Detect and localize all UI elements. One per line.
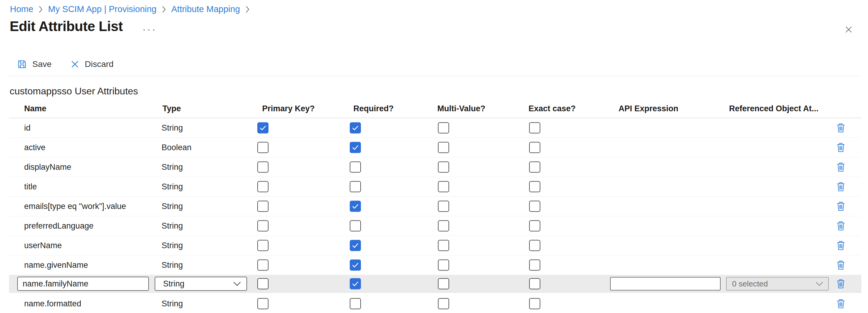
exact-case-checkbox[interactable] — [529, 298, 540, 309]
column-header-type: Type — [162, 104, 181, 113]
type-select[interactable]: String — [155, 277, 247, 291]
chevron-down-icon — [815, 282, 823, 286]
multi-value-checkbox[interactable] — [438, 220, 449, 232]
trash-icon — [837, 279, 845, 289]
multi-value-checkbox[interactable] — [438, 278, 449, 289]
column-header-required: Required? — [353, 104, 394, 113]
delete-attribute-button[interactable] — [837, 240, 845, 251]
table-row: titleString — [9, 177, 861, 197]
exact-case-checkbox[interactable] — [529, 240, 540, 251]
attribute-name: emails[type eq "work"].value — [24, 202, 126, 211]
trash-icon — [837, 240, 845, 251]
check-icon — [351, 143, 360, 152]
exact-case-checkbox[interactable] — [529, 259, 540, 271]
discard-button[interactable]: Discard — [70, 60, 114, 69]
x-icon — [70, 60, 80, 69]
required-checkbox[interactable] — [350, 201, 361, 212]
attribute-name: active — [24, 143, 45, 152]
ellipsis-icon[interactable]: ··· — [143, 24, 157, 34]
close-icon[interactable] — [844, 25, 853, 34]
required-checkbox[interactable] — [350, 123, 361, 134]
attribute-type: String — [162, 182, 183, 192]
column-header-referenced-object: Referenced Object At... — [729, 104, 818, 113]
api-expression-input[interactable] — [610, 277, 721, 291]
check-icon — [351, 202, 360, 210]
referenced-object-value: 0 selected — [732, 279, 768, 288]
exact-case-checkbox[interactable] — [529, 278, 540, 289]
breadcrumb-home[interactable]: Home — [10, 4, 33, 14]
delete-attribute-button[interactable] — [837, 162, 845, 172]
multi-value-checkbox[interactable] — [438, 162, 449, 173]
delete-attribute-button[interactable] — [837, 142, 845, 152]
delete-attribute-button[interactable] — [837, 299, 845, 309]
attribute-type: String — [162, 202, 183, 211]
exact-case-checkbox[interactable] — [529, 201, 540, 212]
delete-attribute-button[interactable] — [837, 221, 845, 231]
attribute-name-input[interactable] — [17, 277, 149, 291]
multi-value-checkbox[interactable] — [438, 181, 449, 193]
required-checkbox[interactable] — [350, 162, 361, 173]
delete-attribute-button[interactable] — [837, 201, 845, 211]
breadcrumb-provisioning[interactable]: My SCIM App | Provisioning — [48, 4, 156, 14]
multi-value-checkbox[interactable] — [438, 123, 449, 134]
check-icon — [351, 280, 360, 288]
primary-key-checkbox[interactable] — [257, 298, 269, 309]
required-checkbox[interactable] — [350, 142, 361, 153]
primary-key-checkbox[interactable] — [257, 220, 269, 232]
required-checkbox[interactable] — [350, 181, 361, 193]
trash-icon — [837, 299, 845, 309]
attribute-type: String — [162, 241, 183, 250]
column-header-multi-value: Multi-Value? — [437, 104, 485, 113]
table-row: name.givenNameString — [9, 255, 861, 275]
primary-key-checkbox[interactable] — [257, 259, 269, 271]
multi-value-checkbox[interactable] — [438, 298, 449, 309]
primary-key-checkbox[interactable] — [257, 123, 269, 134]
multi-value-checkbox[interactable] — [438, 142, 449, 153]
table-row: name.formattedString — [9, 293, 861, 313]
type-select-value: String — [163, 279, 185, 288]
multi-value-checkbox[interactable] — [438, 259, 449, 271]
exact-case-checkbox[interactable] — [529, 123, 540, 134]
multi-value-checkbox[interactable] — [438, 201, 449, 212]
column-header-exact-case: Exact case? — [529, 104, 576, 113]
floppy-disk-icon — [17, 60, 27, 69]
exact-case-checkbox[interactable] — [529, 220, 540, 232]
attribute-name: id — [24, 123, 31, 133]
attribute-type: String — [162, 299, 183, 308]
check-icon — [351, 124, 360, 132]
exact-case-checkbox[interactable] — [529, 142, 540, 153]
required-checkbox[interactable] — [350, 220, 361, 232]
primary-key-checkbox[interactable] — [257, 142, 269, 153]
required-checkbox[interactable] — [350, 240, 361, 251]
save-label: Save — [32, 60, 52, 69]
required-checkbox[interactable] — [350, 278, 361, 289]
referenced-object-select[interactable]: 0 selected — [726, 277, 829, 291]
check-icon — [351, 261, 360, 269]
command-bar: Save Discard — [17, 60, 114, 69]
trash-icon — [837, 260, 845, 270]
table-row: userNameString — [9, 236, 861, 255]
breadcrumb: Home My SCIM App | Provisioning Attribut… — [10, 4, 255, 14]
primary-key-checkbox[interactable] — [257, 181, 269, 193]
primary-key-checkbox[interactable] — [257, 201, 269, 212]
primary-key-checkbox[interactable] — [257, 240, 269, 251]
required-checkbox[interactable] — [350, 259, 361, 271]
delete-attribute-button[interactable] — [837, 123, 845, 133]
breadcrumb-attribute-mapping[interactable]: Attribute Mapping — [171, 4, 240, 14]
save-button[interactable]: Save — [17, 60, 52, 69]
chevron-right-icon — [245, 6, 250, 13]
trash-icon — [837, 201, 845, 211]
primary-key-checkbox[interactable] — [257, 162, 269, 173]
exact-case-checkbox[interactable] — [529, 162, 540, 173]
trash-icon — [837, 181, 845, 192]
edit-attribute-list-blade: Home My SCIM App | Provisioning Attribut… — [0, 0, 868, 313]
table-row: idString — [9, 118, 861, 138]
trash-icon — [837, 123, 845, 133]
primary-key-checkbox[interactable] — [257, 278, 269, 289]
required-checkbox[interactable] — [350, 298, 361, 309]
exact-case-checkbox[interactable] — [529, 181, 540, 193]
delete-attribute-button[interactable] — [837, 260, 845, 270]
multi-value-checkbox[interactable] — [438, 240, 449, 251]
delete-attribute-button[interactable] — [837, 181, 845, 192]
delete-attribute-button[interactable] — [837, 279, 845, 289]
